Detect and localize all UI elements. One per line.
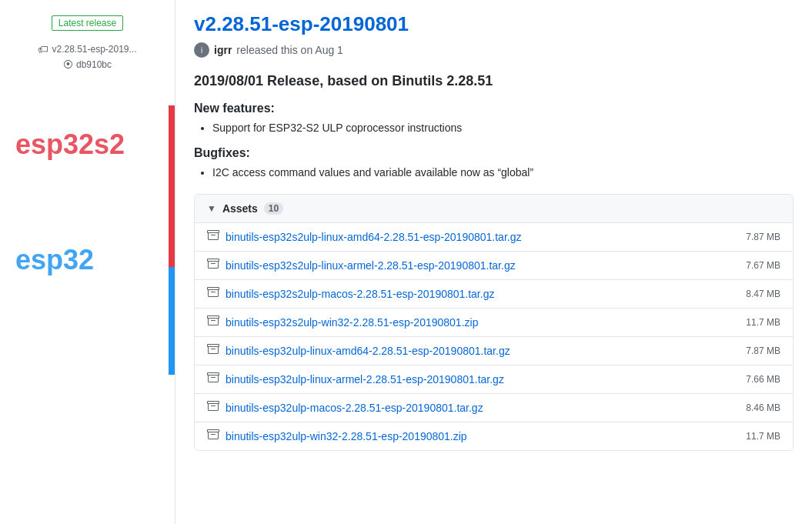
asset-left: binutils-esp32ulp-linux-armel-2.28.51-es…	[207, 372, 504, 387]
asset-left: binutils-esp32s2ulp-win32-2.28.51-esp-20…	[207, 315, 478, 330]
tag-row: 🏷 v2.28.51-esp-2019...	[0, 43, 175, 55]
bugfixes-heading: Bugfixes:	[194, 146, 794, 160]
asset-size: 11.7 MB	[746, 431, 780, 442]
commit-hash: db910bc	[76, 59, 112, 70]
tag-icon: 🏷	[38, 43, 48, 55]
release-title[interactable]: v2.28.51-esp-20190801	[194, 12, 794, 36]
archive-icon	[207, 400, 219, 416]
asset-row: binutils-esp32s2ulp-macos-2.28.51-esp-20…	[195, 280, 793, 309]
asset-link[interactable]: binutils-esp32ulp-linux-armel-2.28.51-es…	[226, 373, 504, 385]
sidebar: Latest release 🏷 v2.28.51-esp-2019... ⦿ …	[0, 0, 175, 524]
tag-name: v2.28.51-esp-2019...	[52, 44, 136, 55]
asset-link[interactable]: binutils-esp32ulp-linux-amd64-2.28.51-es…	[226, 345, 510, 357]
archive-icon	[207, 286, 219, 302]
asset-link[interactable]: binutils-esp32ulp-macos-2.28.51-esp-2019…	[226, 402, 483, 414]
assets-list: binutils-esp32s2ulp-linux-amd64-2.28.51-…	[195, 223, 793, 450]
author-link[interactable]: igrr	[214, 44, 232, 56]
asset-size: 7.87 MB	[746, 232, 780, 242]
asset-row: binutils-esp32s2ulp-win32-2.28.51-esp-20…	[195, 309, 793, 337]
assets-count-badge: 10	[264, 202, 283, 215]
red-bar	[169, 105, 175, 267]
assets-section: ▼ Assets 10 binutils-esp32s2ulp-linux-am…	[194, 194, 794, 451]
archive-icon	[207, 258, 219, 273]
assets-label: Assets	[222, 202, 258, 215]
new-features-heading: New features:	[194, 102, 794, 115]
asset-row: binutils-esp32s2ulp-linux-amd64-2.28.51-…	[195, 223, 793, 252]
asset-link[interactable]: binutils-esp32s2ulp-macos-2.28.51-esp-20…	[226, 288, 494, 300]
asset-link[interactable]: binutils-esp32s2ulp-linux-amd64-2.28.51-…	[226, 231, 521, 243]
description-heading: 2019/08/01 Release, based on Binutils 2.…	[194, 73, 794, 89]
asset-size: 8.46 MB	[746, 402, 780, 413]
chevron-down-icon: ▼	[207, 203, 216, 214]
asset-left: binutils-esp32ulp-linux-amd64-2.28.51-es…	[207, 343, 510, 359]
asset-size: 11.7 MB	[746, 317, 780, 328]
asset-size: 7.87 MB	[746, 345, 780, 356]
asset-size: 8.47 MB	[746, 289, 780, 299]
archive-icon	[207, 343, 219, 359]
archive-icon	[207, 372, 219, 387]
latest-release-badge: Latest release	[52, 15, 123, 31]
blue-bar	[169, 267, 175, 375]
assets-header[interactable]: ▼ Assets 10	[195, 195, 793, 223]
commit-row: ⦿ db910bc	[0, 58, 175, 70]
release-date: released this on Aug 1	[236, 44, 343, 56]
archive-icon	[207, 229, 219, 245]
asset-link[interactable]: binutils-esp32ulp-win32-2.28.51-esp-2019…	[226, 430, 467, 442]
avatar: i	[194, 42, 209, 58]
asset-row: binutils-esp32ulp-win32-2.28.51-esp-2019…	[195, 422, 793, 450]
archive-icon	[207, 315, 219, 330]
asset-row: binutils-esp32ulp-linux-armel-2.28.51-es…	[195, 365, 793, 394]
main-content: v2.28.51-esp-20190801 i igrr released th…	[175, 0, 812, 524]
new-features-list: Support for ESP32-S2 ULP coprocessor ins…	[212, 122, 794, 134]
asset-left: binutils-esp32ulp-macos-2.28.51-esp-2019…	[207, 400, 483, 416]
asset-link[interactable]: binutils-esp32s2ulp-win32-2.28.51-esp-20…	[226, 316, 478, 329]
asset-row: binutils-esp32ulp-linux-amd64-2.28.51-es…	[195, 337, 793, 365]
asset-row: binutils-esp32ulp-macos-2.28.51-esp-2019…	[195, 394, 793, 422]
release-meta: i igrr released this on Aug 1	[194, 42, 794, 58]
asset-left: binutils-esp32s2ulp-macos-2.28.51-esp-20…	[207, 286, 494, 302]
asset-size: 7.67 MB	[746, 260, 780, 271]
bugfixes-list: I2C access command values and variable a…	[212, 166, 794, 179]
asset-size: 7.66 MB	[746, 374, 780, 385]
asset-left: binutils-esp32s2ulp-linux-armel-2.28.51-…	[207, 258, 516, 273]
asset-row: binutils-esp32s2ulp-linux-armel-2.28.51-…	[195, 252, 793, 280]
asset-link[interactable]: binutils-esp32s2ulp-linux-armel-2.28.51-…	[226, 259, 516, 272]
commit-icon: ⦿	[63, 58, 73, 70]
release-description: 2019/08/01 Release, based on Binutils 2.…	[194, 73, 794, 179]
bugfix-item: I2C access command values and variable a…	[212, 166, 794, 179]
esp32-label: esp32	[15, 244, 94, 276]
esp32s2-label: esp32s2	[15, 128, 125, 161]
new-feature-item: Support for ESP32-S2 ULP coprocessor ins…	[212, 122, 794, 134]
asset-left: binutils-esp32ulp-win32-2.28.51-esp-2019…	[207, 429, 467, 444]
archive-icon	[207, 429, 219, 444]
asset-left: binutils-esp32s2ulp-linux-amd64-2.28.51-…	[207, 229, 521, 245]
sidebar-visual: esp32s2 esp32	[0, 82, 175, 375]
